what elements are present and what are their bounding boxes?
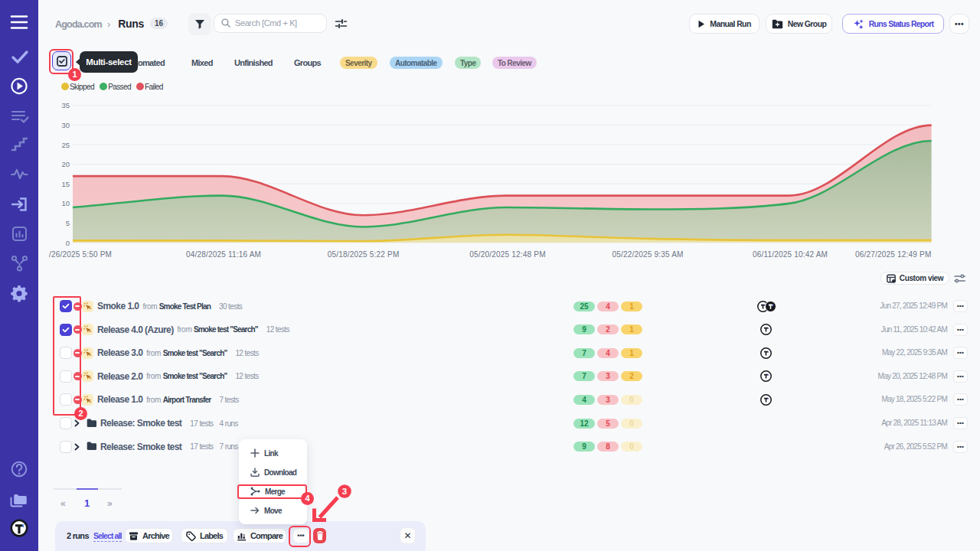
- svg-text:04/28/2025 11:16 AM: 04/28/2025 11:16 AM: [186, 250, 261, 259]
- svg-text:/26/2025 5:50 PM: /26/2025 5:50 PM: [49, 250, 112, 259]
- svg-text:30: 30: [61, 121, 70, 129]
- svg-text:10: 10: [61, 199, 70, 207]
- svg-text:5: 5: [66, 219, 70, 227]
- svg-text:20: 20: [61, 160, 70, 168]
- svg-text:35: 35: [61, 101, 70, 109]
- svg-text:05/22/2025 9:35 AM: 05/22/2025 9:35 AM: [612, 250, 683, 259]
- svg-text:05/18/2025 5:22 PM: 05/18/2025 5:22 PM: [328, 250, 400, 259]
- svg-text:25: 25: [61, 141, 70, 149]
- svg-text:0: 0: [66, 239, 70, 247]
- svg-text:05/20/2025 12:48 PM: 05/20/2025 12:48 PM: [469, 250, 545, 259]
- svg-text:06/11/2025 10:42 AM: 06/11/2025 10:42 AM: [753, 250, 828, 259]
- svg-text:15: 15: [61, 180, 70, 188]
- svg-text:06/27/2025 12:49 PM: 06/27/2025 12:49 PM: [855, 250, 931, 259]
- svg-text:3: 3: [342, 487, 347, 496]
